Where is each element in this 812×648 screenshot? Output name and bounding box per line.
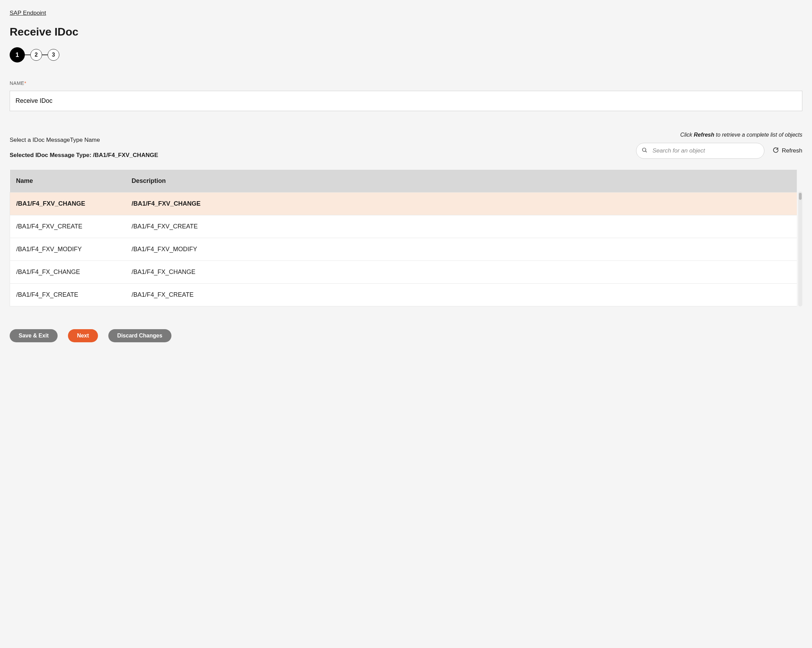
cell-name: /BA1/F4_FXV_CHANGE	[10, 193, 125, 215]
next-button[interactable]: Next	[68, 329, 98, 342]
page-title: Receive IDoc	[10, 26, 802, 38]
table-header-name[interactable]: Name	[10, 170, 125, 193]
required-mark: *	[24, 80, 26, 86]
table-row[interactable]: /BA1/F4_FXV_CHANGE/BA1/F4_FXV_CHANGE	[10, 193, 797, 215]
search-icon	[642, 147, 647, 154]
cell-description: /BA1/F4_FXV_CHANGE	[125, 193, 797, 215]
step-connector	[42, 55, 47, 55]
cell-name: /BA1/F4_FXV_CREATE	[10, 215, 125, 238]
svg-point-0	[643, 148, 646, 151]
cell-name: /BA1/F4_FX_CHANGE	[10, 261, 125, 284]
message-type-table: Name Description /BA1/F4_FXV_CHANGE/BA1/…	[10, 170, 797, 306]
hint-bold: Refresh	[694, 132, 714, 138]
cell-description: /BA1/F4_FXV_MODIFY	[125, 238, 797, 261]
scrollbar-thumb[interactable]	[799, 193, 802, 200]
name-field-label: NAME*	[10, 80, 802, 86]
step-2[interactable]: 2	[31, 49, 42, 61]
table-header-row: Name Description	[10, 170, 797, 193]
refresh-label: Refresh	[781, 147, 802, 154]
refresh-icon	[773, 147, 779, 155]
discard-changes-button[interactable]: Discard Changes	[108, 329, 171, 342]
table-row[interactable]: /BA1/F4_FXV_CREATE/BA1/F4_FXV_CREATE	[10, 215, 797, 238]
cell-description: /BA1/F4_FX_CHANGE	[125, 261, 797, 284]
selected-value: /BA1/F4_FXV_CHANGE	[93, 152, 158, 158]
refresh-button[interactable]: Refresh	[773, 147, 802, 155]
breadcrumb-sap-endpoint[interactable]: SAP Endpoint	[10, 10, 46, 17]
message-type-table-wrap: Name Description /BA1/F4_FXV_CHANGE/BA1/…	[10, 170, 802, 306]
cell-description: /BA1/F4_FXV_CREATE	[125, 215, 797, 238]
table-row[interactable]: /BA1/F4_FX_CREATE/BA1/F4_FX_CREATE	[10, 284, 797, 306]
search-input[interactable]	[636, 143, 765, 159]
table-scrollbar[interactable]	[798, 191, 802, 306]
save-exit-button[interactable]: Save & Exit	[10, 329, 58, 342]
step-3[interactable]: 3	[47, 49, 60, 61]
selected-message-type: Selected IDoc Message Type: /BA1/F4_FXV_…	[10, 152, 158, 159]
select-message-type-label: Select a IDoc MessageType Name	[10, 137, 158, 144]
hint-click: Click	[680, 132, 694, 138]
table-row[interactable]: /BA1/F4_FXV_MODIFY/BA1/F4_FXV_MODIFY	[10, 238, 797, 261]
name-label-text: NAME	[10, 80, 24, 86]
cell-name: /BA1/F4_FXV_MODIFY	[10, 238, 125, 261]
step-connector	[25, 55, 31, 55]
hint-rest: to retrieve a complete list of objects	[714, 132, 802, 138]
cell-description: /BA1/F4_FX_CREATE	[125, 284, 797, 306]
refresh-hint: Click Refresh to retrieve a complete lis…	[636, 132, 802, 138]
table-row[interactable]: /BA1/F4_FX_CHANGE/BA1/F4_FX_CHANGE	[10, 261, 797, 284]
svg-line-1	[646, 151, 647, 153]
search-wrap	[636, 143, 765, 159]
step-1[interactable]: 1	[10, 47, 25, 63]
cell-name: /BA1/F4_FX_CREATE	[10, 284, 125, 306]
wizard-stepper: 1 2 3	[10, 47, 802, 63]
wizard-button-row: Save & Exit Next Discard Changes	[10, 329, 802, 342]
name-input[interactable]	[10, 91, 802, 111]
selected-prefix: Selected IDoc Message Type:	[10, 152, 93, 158]
table-header-description[interactable]: Description	[125, 170, 797, 193]
